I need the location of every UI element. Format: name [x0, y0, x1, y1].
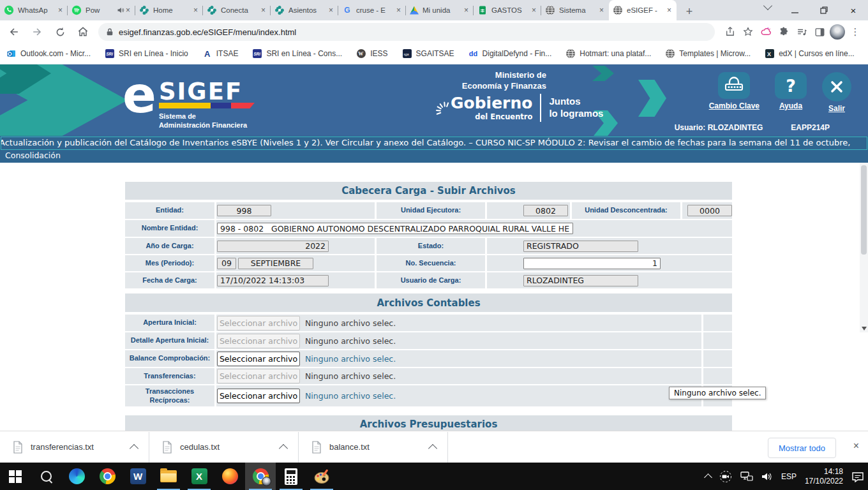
taskbar-paint-button[interactable]	[306, 463, 337, 490]
media-controls-icon[interactable]	[793, 23, 811, 41]
bookmark-digitaldefynd[interactable]: ddDigitalDefynd - Fin...	[468, 48, 552, 59]
tab-close-icon[interactable]: ×	[666, 6, 673, 15]
taskbar-excel-button[interactable]: X	[184, 463, 214, 490]
browser-menu-icon[interactable]: ⋮	[846, 23, 864, 41]
tab-conecta[interactable]: Conecta ×	[203, 0, 271, 20]
taskbar-edge-button[interactable]	[61, 463, 92, 490]
divider	[447, 432, 448, 463]
network-icon[interactable]	[740, 471, 753, 482]
anio-carga-field[interactable]: 2022	[217, 241, 329, 252]
close-window-button[interactable]: ×	[839, 0, 868, 20]
estado-field[interactable]: REGISTRADO	[523, 241, 638, 252]
nombre-entidad-field[interactable]: 998 - 0802 GOBIERNO AUTONOMO DESCENTRALI…	[217, 223, 573, 234]
tab-cruse[interactable]: G cruse - E ×	[338, 0, 406, 20]
bookmark-templates[interactable]: Templates | Microw...	[665, 48, 751, 59]
taskbar-word-button[interactable]: W	[123, 463, 153, 490]
tab-close-icon[interactable]: ×	[598, 6, 605, 15]
back-button[interactable]	[5, 23, 23, 41]
secuencia-field[interactable]: 1	[523, 258, 661, 269]
taskbar-firefox-button[interactable]	[214, 463, 245, 490]
meet-now-icon[interactable]	[719, 470, 732, 483]
tab-whatsapp[interactable]: WhatsAp ×	[0, 0, 68, 20]
download-menu-chevron-icon[interactable]	[279, 443, 288, 452]
unidad-ejecutora-field[interactable]: 0802	[523, 205, 568, 216]
bookmark-sgaitsae[interactable]: sgaSGAITSAE	[402, 48, 454, 59]
language-indicator[interactable]: ESP	[781, 472, 797, 481]
extensions-puzzle-icon[interactable]	[775, 23, 793, 41]
tab-close-icon[interactable]: ×	[192, 6, 199, 15]
bookmark-iess[interactable]: WIESS	[356, 48, 387, 59]
bookmark-hotmart[interactable]: Hotmart: una plataf...	[565, 48, 651, 59]
mes-nombre-field[interactable]: SEPTIEMBRE	[238, 258, 313, 269]
tab-close-icon[interactable]: ×	[463, 6, 470, 15]
tab-close-icon[interactable]: ×	[530, 6, 537, 15]
seleccionar-archivo-button[interactable]: Seleccionar archivo	[217, 389, 300, 403]
scrollbar-down-arrow[interactable]	[862, 327, 867, 330]
bookmark-sri-inicio[interactable]: SRiSRI en Línea - Inicio	[105, 48, 188, 59]
address-bar[interactable]: esigef.finanzas.gob.ec/eSIGEF/menu/index…	[98, 23, 715, 41]
volume-icon[interactable]	[761, 471, 773, 482]
home-button[interactable]	[74, 23, 92, 41]
download-filename: transferencias.txt	[31, 442, 94, 452]
weather-extension-icon[interactable]	[757, 23, 775, 41]
tab-close-icon[interactable]: ×	[57, 6, 64, 15]
unidad-desconcentrada-field[interactable]: 0000	[687, 205, 732, 216]
tray-expand-chevron-icon[interactable]	[704, 473, 712, 482]
ayuda-button[interactable]: ? Ayuda	[775, 72, 807, 113]
minimize-button[interactable]	[780, 0, 809, 20]
share-icon[interactable]	[721, 23, 739, 41]
download-item-transferencias[interactable]: transferencias.txt	[0, 431, 149, 463]
maximize-button[interactable]	[809, 0, 839, 20]
tab-mi-unidad[interactable]: Mi unida ×	[406, 0, 474, 20]
bookmark-star-icon[interactable]	[739, 23, 757, 41]
avatar[interactable]	[828, 23, 846, 41]
side-panel-icon[interactable]	[811, 23, 828, 41]
taskbar-calculator-button[interactable]	[276, 463, 306, 490]
unidad-desconcentrada-label: Unidad Desconcentrada:	[572, 202, 680, 219]
tab-gastos[interactable]: GASTOS ×	[474, 0, 541, 20]
tab-esigef-active[interactable]: eSIGEF - ×	[609, 0, 677, 20]
tab-close-icon[interactable]: ×	[395, 6, 402, 15]
forward-button[interactable]	[28, 23, 46, 41]
tab-home[interactable]: Home ×	[135, 0, 203, 20]
tab-audio-icon[interactable]	[117, 6, 124, 14]
bookmark-sri-consultas[interactable]: SRiSRI en Línea - Cons...	[252, 48, 342, 59]
cambio-clave-button[interactable]: Cambio Clave	[709, 72, 760, 113]
download-item-cedulas[interactable]: cedulas.txt	[149, 431, 298, 463]
download-item-balance[interactable]: balance.txt	[299, 431, 447, 463]
taskbar-search-button[interactable]	[31, 463, 61, 490]
usuario-carga-field[interactable]: RLOZADINTEG	[523, 275, 638, 286]
mes-numero-field[interactable]: 09	[217, 258, 236, 269]
entidad-field[interactable]: 998	[217, 205, 271, 216]
bookmark-edx[interactable]: XedX | Cursos en líne...	[765, 48, 855, 59]
tab-spotify[interactable]: Pow ×	[68, 0, 135, 20]
clock[interactable]: 14:18 17/10/2022	[805, 467, 843, 486]
download-menu-chevron-icon[interactable]	[428, 443, 437, 452]
salir-button[interactable]: Salir	[822, 72, 851, 113]
bookmark-label: SGAITSAE	[416, 49, 454, 58]
taskbar-explorer-button[interactable]	[153, 463, 184, 490]
scrollbar-thumb[interactable]	[861, 165, 867, 255]
page-scrollbar[interactable]	[860, 163, 868, 332]
show-all-downloads-button[interactable]: Mostrar todo	[768, 438, 836, 458]
download-menu-chevron-icon[interactable]	[130, 443, 138, 452]
tab-search-chevron-icon[interactable]	[765, 5, 775, 15]
tab-close-icon[interactable]: ×	[260, 6, 267, 15]
file-icon	[311, 441, 322, 454]
bookmark-outlook[interactable]: Outlook.com - Micr...	[6, 48, 91, 59]
tab-asientos[interactable]: Asientos ×	[271, 0, 338, 20]
action-center-icon[interactable]	[851, 471, 864, 482]
close-downloads-bar-icon[interactable]: ×	[853, 440, 859, 452]
taskbar-chrome-profile-button[interactable]	[245, 463, 276, 490]
new-tab-button[interactable]: +	[680, 3, 698, 20]
balance-comprobacion-label: Balance Comprobación:	[125, 350, 214, 367]
seleccionar-archivo-button[interactable]: Seleccionar archivo	[217, 352, 300, 366]
tab-close-icon[interactable]: ×	[327, 6, 334, 15]
tab-sistema[interactable]: Sistema ×	[541, 0, 609, 20]
taskbar-chrome-button[interactable]	[92, 463, 123, 490]
start-button[interactable]	[0, 463, 31, 490]
bookmark-itsae[interactable]: AITSAE	[202, 48, 239, 59]
tab-close-icon[interactable]: ×	[124, 6, 131, 15]
reload-button[interactable]	[51, 23, 69, 41]
fecha-carga-field[interactable]: 17/10/2022 14:13:03	[217, 275, 329, 286]
